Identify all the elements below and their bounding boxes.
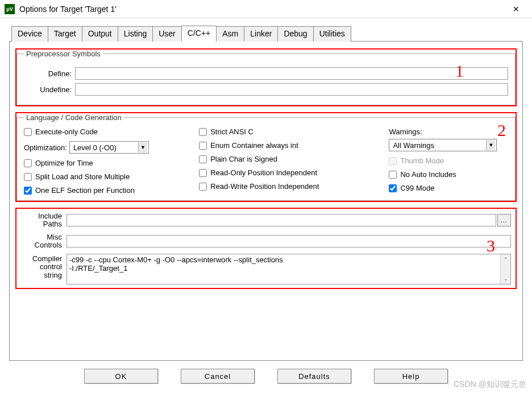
app-icon: μV — [5, 4, 15, 14]
close-icon[interactable]: ✕ — [505, 1, 527, 17]
warnings-select[interactable]: All Warnings ▼ — [389, 139, 497, 151]
label-split-load: Split Load and Store Multiple — [35, 172, 130, 181]
legend-language: Language / Code Generation — [24, 113, 124, 122]
define-label: Define: — [24, 69, 75, 78]
tab-user[interactable]: User — [152, 26, 182, 42]
checkbox-opt-time[interactable] — [24, 159, 32, 167]
misc-label1: Misc — [47, 233, 62, 241]
misc-controls-input[interactable] — [66, 235, 511, 248]
legend-preprocessor: Preprocessor Symbols — [24, 50, 103, 58]
optimization-select[interactable]: Level 0 (-O0) ▼ — [69, 141, 149, 154]
checkbox-rw-pi[interactable] — [199, 183, 207, 191]
define-input[interactable] — [75, 67, 508, 80]
label-rw-pi: Read-Write Position Independent — [210, 182, 319, 191]
include-paths-input[interactable] — [66, 214, 496, 226]
label-plain-char: Plain Char is Signed — [210, 155, 277, 163]
misc-label2: Controls — [35, 241, 62, 249]
label-one-elf: One ELF Section per Function — [35, 186, 135, 195]
warnings-value: All Warnings — [393, 141, 434, 150]
chevron-down-icon: ▼ — [138, 142, 147, 152]
compiler-string-line1: -c99 -c --cpu Cortex-M0+ -g -O0 --apcs=i… — [69, 255, 508, 264]
checkbox-no-auto[interactable] — [389, 171, 397, 179]
optimization-value: Level 0 (-O0) — [73, 143, 117, 152]
checkbox-c99[interactable] — [389, 184, 397, 192]
label-no-auto: No Auto Includes — [400, 170, 456, 179]
group-paths: 3 Include Paths ... Misc Controls Compil… — [16, 209, 516, 288]
tab-linker[interactable]: Linker — [244, 26, 278, 42]
checkbox-ro-pi[interactable] — [199, 169, 207, 177]
include-label1: Include — [38, 212, 62, 220]
compiler-label1: Compiler — [32, 255, 62, 263]
ok-button[interactable]: OK — [84, 369, 158, 383]
optimization-label: Optimization: — [24, 143, 67, 152]
scroll-down-icon[interactable]: ⌄ — [501, 274, 510, 284]
group-preprocessor: Preprocessor Symbols 1 Define: Undefine: — [16, 50, 516, 105]
label-strict-ansi: Strict ANSI C — [210, 127, 253, 136]
cancel-button[interactable]: Cancel — [181, 369, 255, 383]
label-ro-pi: Read-Only Position Independent — [210, 168, 317, 177]
tab-target[interactable]: Target — [48, 26, 82, 42]
defaults-button[interactable]: Defaults — [277, 369, 351, 383]
undefine-input[interactable] — [75, 83, 508, 96]
annotation-3: 3 — [487, 236, 495, 255]
checkbox-split-load[interactable] — [24, 173, 32, 181]
compiler-string-display: -c99 -c --cpu Cortex-M0+ -g -O0 --apcs=i… — [66, 254, 511, 284]
label-opt-time: Optimize for Time — [35, 159, 93, 167]
checkbox-exec-only[interactable] — [24, 128, 32, 136]
tab-utilities[interactable]: Utilities — [313, 26, 351, 42]
label-exec-only: Execute-only Code — [35, 127, 98, 136]
tab-device[interactable]: Device — [11, 26, 48, 42]
tab-listing[interactable]: Listing — [118, 26, 153, 42]
browse-include-button[interactable]: ... — [497, 214, 511, 226]
window-title: Options for Target 'Target 1' — [19, 5, 505, 14]
compiler-label3: string — [44, 271, 62, 279]
annotation-1: 1 — [455, 61, 464, 81]
warnings-label: Warnings: — [389, 127, 422, 136]
scroll-controls[interactable]: ⌃ ⌄ — [500, 254, 510, 284]
checkbox-plain-char[interactable] — [199, 155, 207, 163]
dialog-body: Device Target Output Listing User C/C++ … — [0, 18, 532, 391]
label-thumb: Thumb Mode — [400, 156, 444, 165]
tab-debug[interactable]: Debug — [277, 26, 313, 42]
compiler-label2: control — [40, 263, 62, 271]
help-button[interactable]: Help — [374, 369, 448, 383]
group-language: Language / Code Generation 2 Execute-onl… — [16, 113, 516, 201]
tabs-bar: Device Target Output Listing User C/C++ … — [11, 25, 523, 41]
checkbox-one-elf[interactable] — [24, 187, 32, 195]
tab-asm[interactable]: Asm — [216, 26, 244, 42]
label-enum-int: Enum Container always int — [210, 141, 298, 150]
undefine-label: Undefine: — [24, 85, 75, 94]
include-label2: Paths — [43, 220, 62, 228]
checkbox-strict-ansi[interactable] — [199, 128, 207, 136]
tab-output[interactable]: Output — [82, 26, 118, 42]
scroll-up-icon[interactable]: ⌃ — [501, 254, 510, 265]
label-c99: C99 Mode — [400, 184, 434, 192]
checkbox-enum-int[interactable] — [199, 142, 207, 150]
checkbox-thumb — [389, 157, 397, 165]
tab-ccpp[interactable]: C/C++ — [181, 26, 217, 42]
titlebar: μV Options for Target 'Target 1' ✕ — [0, 0, 532, 18]
tab-content: Preprocessor Symbols 1 Define: Undefine:… — [9, 41, 523, 361]
button-bar: OK Cancel Defaults Help — [9, 361, 523, 391]
chevron-down-icon: ▼ — [486, 140, 495, 150]
annotation-2: 2 — [497, 121, 506, 140]
compiler-string-line2: -I./RTE/_Target_1 — [69, 264, 508, 273]
